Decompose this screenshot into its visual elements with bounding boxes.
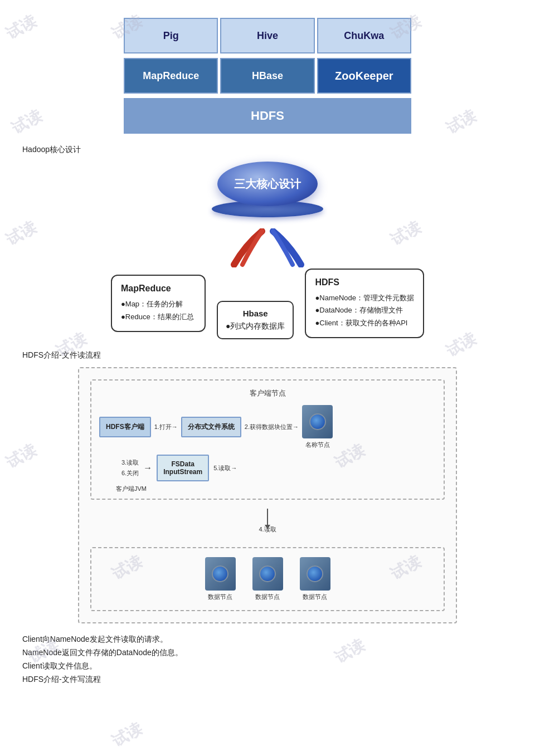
hdfs-cell: HDFS [124,98,411,134]
pig-cell: Pig [124,18,218,53]
mapreduce-item-1: ●Reduce：结果的汇总 [121,311,196,323]
desc-1: NameNode返回文件存储的DataNode的信息。 [22,648,513,658]
hbase-center-box: Hbase ●列式内存数据库 [217,301,294,339]
flow-top-row: HDFS客户端 1.打开→ 分布式文件系统 2.获得数据块位置→ [99,405,436,449]
step4-label: 4.读取 [90,509,445,534]
mapreduce-box: MapReduce ●Map：任务的分解 ●Reduce：结果的汇总 [111,275,206,331]
hdfs-title: HDFS [315,277,414,287]
step2-label: 2.获得数据块位置→ [245,423,299,431]
data-node-3: 数据节点 [300,557,330,601]
hdfs-read-label: HDFS介绍-文件读流程 [22,350,513,360]
name-node-area: 名称节点 [302,405,333,449]
core-boxes-row: MapReduce ●Map：任务的分解 ●Reduce：结果的汇总 Hbase… [111,267,424,339]
zookeeper-cell: ZooKeeper [317,58,411,94]
flame-area [86,228,449,267]
server-globe-top [309,413,326,430]
data-node-label-1: 数据节点 [208,593,232,601]
data-globe-3 [307,565,323,582]
hadoop-label: Hadoop核心设计 [22,145,513,155]
step3-label: 3.读取 [121,459,139,467]
eco-row-2: MapReduce HBase ZooKeeper [123,57,412,95]
hbase-item-0: ●列式内存数据库 [226,321,285,331]
data-globe-1 [212,565,228,582]
flame-svg [212,228,323,267]
step1-arrow: 1.打开→ [154,423,178,431]
core-ball: 三大核心设计 [217,162,318,206]
desc-0: Client向NameNode发起文件读取的请求。 [22,635,513,645]
eco-row-1: Pig Hive ChuKwa [123,17,412,55]
hbase-cell: HBase [220,58,314,94]
data-node-icon-1 [205,557,236,591]
data-globe-2 [259,565,276,582]
hive-cell: Hive [220,18,314,53]
hdfs-item-0: ●NameNode：管理文件元数据 [315,292,414,304]
hdfs-box: HDFS ●NameNode：管理文件元数据 ●DataNode：存储物理文件 … [305,269,424,338]
data-node-label-3: 数据节点 [303,593,327,601]
distfs-box: 分布式文件系统 [181,417,241,437]
client-jvm-label: 客户端JVM [116,485,436,493]
eco-row-3: HDFS [123,97,412,135]
mapreduce-item-0: ●Map：任务的分解 [121,298,196,310]
hdfs-flow-diagram: 客户端节点 HDFS客户端 1.打开→ 分布式文件系统 2.获得数据块位置→ [78,367,457,623]
fsinputstream-box: FSData InputStream [157,455,209,481]
flow-mid-row: 3.读取 6.关闭 → FSData InputStream 5.读取→ [99,455,436,481]
step6-label: 6.关闭 [121,469,139,477]
chukwa-cell: ChuKwa [317,18,411,53]
client-section-label: 客户端节点 [99,388,436,398]
data-nodes-section: 数据节点 数据节点 数据节点 [90,547,445,611]
mapreduce-cell: MapReduce [124,58,218,94]
step5-label: 5.读取→ [213,464,237,472]
mapreduce-title: MapReduce [121,284,196,294]
name-node-label: 名称节点 [305,441,330,449]
mid-arrow: → [143,463,152,473]
client-section: 客户端节点 HDFS客户端 1.打开→ 分布式文件系统 2.获得数据块位置→ [90,379,445,500]
desc-2: Client读取文件信息。 [22,661,513,671]
data-node-icon-3 [300,557,330,591]
page-content: Pig Hive ChuKwa MapReduce HBase ZooKeepe… [0,0,535,699]
desc-3: HDFS介绍-文件写流程 [22,675,513,685]
data-node-1: 数据节点 [205,557,236,601]
core-design-wrapper: 三大核心设计 MapReduce ●Map：任务的分解 ●Reduce：结果的汇… [22,162,513,339]
name-node-icon [302,405,333,438]
data-node-label-2: 数据节点 [255,593,280,601]
data-node-icon-2 [252,557,283,591]
step1-label: 1.打开→ [154,423,178,431]
ecosystem-diagram: Pig Hive ChuKwa MapReduce HBase ZooKeepe… [123,17,412,135]
data-node-2: 数据节点 [252,557,283,601]
hdfs-client-box: HDFS客户端 [99,417,151,437]
watermark-16: 试读 [108,718,145,752]
hdfs-item-2: ●Client：获取文件的各种API [315,317,414,329]
hdfs-item-1: ●DataNode：存储物理文件 [315,304,414,316]
hbase-title: Hbase [226,309,285,318]
step36-labels: 3.读取 6.关闭 [121,459,139,477]
core-ball-title: 三大核心设计 [234,177,301,192]
